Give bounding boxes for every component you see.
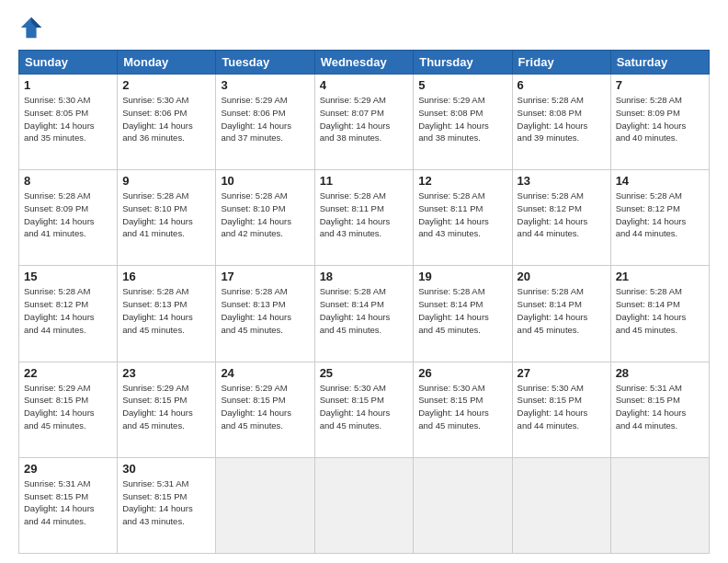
day-number: 15 — [24, 270, 112, 283]
day-number: 27 — [518, 366, 606, 380]
day-info: Sunrise: 5:28 AM Sunset: 8:09 PM Dayligh… — [616, 94, 704, 144]
calendar-day-23: 23Sunrise: 5:29 AM Sunset: 8:15 PM Dayli… — [118, 362, 216, 457]
header — [18, 15, 710, 40]
day-info: Sunrise: 5:28 AM Sunset: 8:14 PM Dayligh… — [418, 285, 506, 336]
day-number: 23 — [122, 366, 210, 380]
header-day-tuesday: Tuesday — [216, 51, 314, 75]
calendar-day-14: 14Sunrise: 5:28 AM Sunset: 8:12 PM Dayli… — [610, 170, 709, 266]
day-number: 28 — [616, 366, 704, 380]
day-info: Sunrise: 5:29 AM Sunset: 8:15 PM Dayligh… — [122, 382, 210, 432]
day-number: 12 — [418, 174, 506, 188]
calendar-day-10: 10Sunrise: 5:28 AM Sunset: 8:10 PM Dayli… — [216, 170, 314, 266]
calendar-day-4: 4Sunrise: 5:29 AM Sunset: 8:07 PM Daylig… — [314, 75, 414, 170]
day-number: 25 — [320, 366, 409, 380]
calendar-day-1: 1Sunrise: 5:30 AM Sunset: 8:05 PM Daylig… — [19, 75, 118, 170]
calendar-day-22: 22Sunrise: 5:29 AM Sunset: 8:15 PM Dayli… — [19, 362, 118, 457]
day-info: Sunrise: 5:30 AM Sunset: 8:15 PM Dayligh… — [320, 382, 409, 432]
logo-icon — [18, 15, 44, 40]
calendar-day-16: 16Sunrise: 5:28 AM Sunset: 8:13 PM Dayli… — [118, 266, 216, 362]
header-day-thursday: Thursday — [414, 51, 512, 75]
calendar-day-empty — [216, 457, 314, 553]
day-number: 29 — [24, 462, 112, 476]
day-number: 26 — [418, 366, 506, 380]
calendar-day-21: 21Sunrise: 5:28 AM Sunset: 8:14 PM Dayli… — [610, 266, 709, 362]
day-info: Sunrise: 5:31 AM Sunset: 8:15 PM Dayligh… — [616, 382, 704, 432]
day-number: 30 — [122, 462, 210, 476]
day-info: Sunrise: 5:28 AM Sunset: 8:12 PM Dayligh… — [518, 190, 606, 240]
day-number: 7 — [616, 78, 704, 92]
logo — [18, 15, 48, 40]
calendar-week-3: 15Sunrise: 5:28 AM Sunset: 8:12 PM Dayli… — [19, 266, 710, 362]
calendar-day-12: 12Sunrise: 5:28 AM Sunset: 8:11 PM Dayli… — [414, 170, 512, 266]
calendar-week-4: 22Sunrise: 5:29 AM Sunset: 8:15 PM Dayli… — [19, 362, 710, 457]
day-info: Sunrise: 5:29 AM Sunset: 8:07 PM Dayligh… — [320, 94, 409, 144]
calendar-day-24: 24Sunrise: 5:29 AM Sunset: 8:15 PM Dayli… — [216, 362, 314, 457]
page: SundayMondayTuesdayWednesdayThursdayFrid… — [0, 0, 728, 563]
calendar-day-11: 11Sunrise: 5:28 AM Sunset: 8:11 PM Dayli… — [314, 170, 414, 266]
day-number: 6 — [518, 78, 606, 92]
calendar-week-5: 29Sunrise: 5:31 AM Sunset: 8:15 PM Dayli… — [19, 457, 710, 553]
calendar-day-25: 25Sunrise: 5:30 AM Sunset: 8:15 PM Dayli… — [314, 362, 414, 457]
calendar-day-7: 7Sunrise: 5:28 AM Sunset: 8:09 PM Daylig… — [610, 75, 709, 170]
day-info: Sunrise: 5:28 AM Sunset: 8:10 PM Dayligh… — [221, 190, 309, 240]
day-info: Sunrise: 5:31 AM Sunset: 8:15 PM Dayligh… — [24, 477, 112, 528]
day-info: Sunrise: 5:29 AM Sunset: 8:15 PM Dayligh… — [221, 382, 309, 432]
calendar-day-6: 6Sunrise: 5:28 AM Sunset: 8:08 PM Daylig… — [512, 75, 610, 170]
header-day-saturday: Saturday — [610, 51, 709, 75]
day-number: 16 — [122, 270, 210, 283]
day-info: Sunrise: 5:30 AM Sunset: 8:05 PM Dayligh… — [24, 94, 112, 144]
day-number: 2 — [122, 78, 210, 92]
day-number: 20 — [518, 270, 606, 283]
calendar-day-17: 17Sunrise: 5:28 AM Sunset: 8:13 PM Dayli… — [216, 266, 314, 362]
day-info: Sunrise: 5:31 AM Sunset: 8:15 PM Dayligh… — [122, 477, 210, 528]
calendar-day-3: 3Sunrise: 5:29 AM Sunset: 8:06 PM Daylig… — [216, 75, 314, 170]
calendar-day-19: 19Sunrise: 5:28 AM Sunset: 8:14 PM Dayli… — [414, 266, 512, 362]
day-info: Sunrise: 5:28 AM Sunset: 8:11 PM Dayligh… — [320, 190, 409, 240]
day-info: Sunrise: 5:28 AM Sunset: 8:12 PM Dayligh… — [24, 285, 112, 336]
day-number: 22 — [24, 366, 112, 380]
calendar-day-29: 29Sunrise: 5:31 AM Sunset: 8:15 PM Dayli… — [19, 457, 118, 553]
day-number: 10 — [221, 174, 309, 188]
day-number: 9 — [122, 174, 210, 188]
day-info: Sunrise: 5:28 AM Sunset: 8:08 PM Dayligh… — [518, 94, 606, 144]
day-info: Sunrise: 5:30 AM Sunset: 8:15 PM Dayligh… — [518, 382, 606, 432]
calendar-day-15: 15Sunrise: 5:28 AM Sunset: 8:12 PM Dayli… — [19, 266, 118, 362]
day-info: Sunrise: 5:29 AM Sunset: 8:15 PM Dayligh… — [24, 382, 112, 432]
day-number: 5 — [418, 78, 506, 92]
day-info: Sunrise: 5:28 AM Sunset: 8:12 PM Dayligh… — [616, 190, 704, 240]
header-day-wednesday: Wednesday — [314, 51, 414, 75]
calendar-week-1: 1Sunrise: 5:30 AM Sunset: 8:05 PM Daylig… — [19, 75, 710, 170]
calendar-day-30: 30Sunrise: 5:31 AM Sunset: 8:15 PM Dayli… — [118, 457, 216, 553]
day-number: 11 — [320, 174, 409, 188]
day-info: Sunrise: 5:28 AM Sunset: 8:14 PM Dayligh… — [616, 285, 704, 336]
day-number: 4 — [320, 78, 409, 92]
calendar-day-empty — [314, 457, 414, 553]
calendar-day-empty — [512, 457, 610, 553]
calendar-day-5: 5Sunrise: 5:29 AM Sunset: 8:08 PM Daylig… — [414, 75, 512, 170]
day-info: Sunrise: 5:29 AM Sunset: 8:08 PM Dayligh… — [418, 94, 506, 144]
calendar-day-28: 28Sunrise: 5:31 AM Sunset: 8:15 PM Dayli… — [610, 362, 709, 457]
header-day-sunday: Sunday — [19, 51, 118, 75]
day-number: 24 — [221, 366, 309, 380]
calendar-day-empty — [414, 457, 512, 553]
day-info: Sunrise: 5:29 AM Sunset: 8:06 PM Dayligh… — [221, 94, 309, 144]
day-number: 18 — [320, 270, 409, 283]
header-day-friday: Friday — [512, 51, 610, 75]
calendar-day-13: 13Sunrise: 5:28 AM Sunset: 8:12 PM Dayli… — [512, 170, 610, 266]
day-number: 17 — [221, 270, 309, 283]
calendar-table: SundayMondayTuesdayWednesdayThursdayFrid… — [18, 50, 710, 554]
calendar-day-9: 9Sunrise: 5:28 AM Sunset: 8:10 PM Daylig… — [118, 170, 216, 266]
calendar-week-2: 8Sunrise: 5:28 AM Sunset: 8:09 PM Daylig… — [19, 170, 710, 266]
header-row: SundayMondayTuesdayWednesdayThursdayFrid… — [19, 51, 710, 75]
day-info: Sunrise: 5:28 AM Sunset: 8:13 PM Dayligh… — [221, 285, 309, 336]
day-info: Sunrise: 5:30 AM Sunset: 8:15 PM Dayligh… — [418, 382, 506, 432]
calendar-day-2: 2Sunrise: 5:30 AM Sunset: 8:06 PM Daylig… — [118, 75, 216, 170]
day-info: Sunrise: 5:28 AM Sunset: 8:14 PM Dayligh… — [518, 285, 606, 336]
day-number: 13 — [518, 174, 606, 188]
calendar-header: SundayMondayTuesdayWednesdayThursdayFrid… — [19, 51, 710, 75]
day-number: 19 — [418, 270, 506, 283]
day-info: Sunrise: 5:28 AM Sunset: 8:14 PM Dayligh… — [320, 285, 409, 336]
day-number: 8 — [24, 174, 112, 188]
day-info: Sunrise: 5:28 AM Sunset: 8:09 PM Dayligh… — [24, 190, 112, 240]
header-day-monday: Monday — [118, 51, 216, 75]
